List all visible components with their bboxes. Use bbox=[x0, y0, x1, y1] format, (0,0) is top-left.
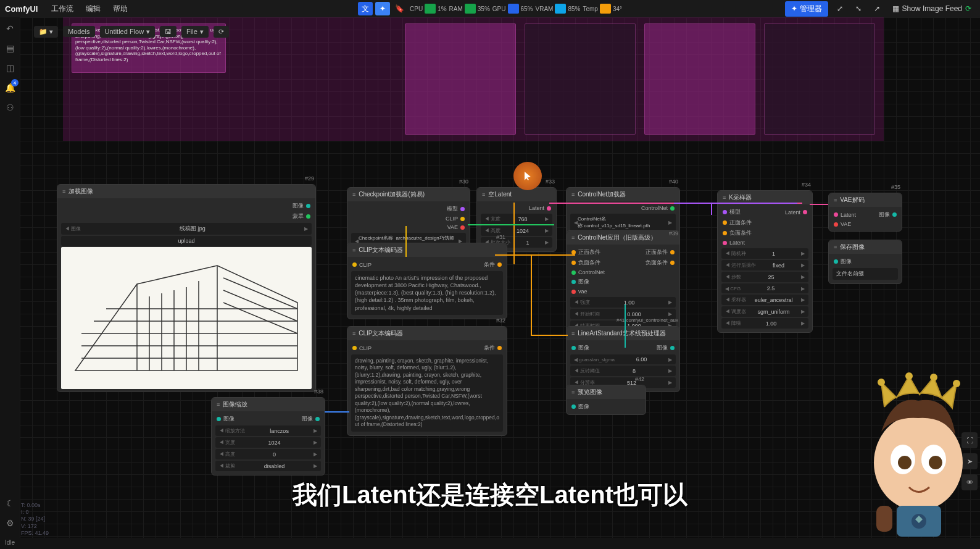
menu-help[interactable]: 帮助 bbox=[108, 1, 133, 17]
output-image[interactable]: 图像 bbox=[879, 211, 897, 219]
node-save-image[interactable]: ≡保存图像 图像 文件名前缀 bbox=[828, 240, 902, 284]
node-clip-encode-negative[interactable]: #32 ≡CLIP文本编码器 CLIP条件 drawing, painting,… bbox=[347, 326, 507, 436]
hamburger-icon[interactable]: ≡ bbox=[217, 401, 220, 408]
input-image[interactable]: 图像 bbox=[834, 258, 852, 266]
input-positive[interactable]: 正面条件 bbox=[723, 219, 752, 227]
seed-input[interactable]: ◀ 随机种1▶ bbox=[721, 248, 808, 259]
input-image[interactable]: 图像 bbox=[217, 415, 235, 423]
sampler-input[interactable]: ◀ 采样器euler_ancestral▶ bbox=[721, 295, 808, 305]
node-canvas[interactable]: crayon, sketch, graphite, impressionist,… bbox=[20, 17, 980, 538]
node-vae-decode[interactable]: #35 ≡VAE解码 Latent图像 VAE bbox=[828, 193, 902, 232]
hamburger-icon[interactable]: ≡ bbox=[571, 389, 575, 395]
output-image[interactable]: 图像 bbox=[657, 344, 675, 352]
menu-workflow[interactable]: 工作流 bbox=[46, 1, 78, 17]
settings-icon[interactable]: ⚙ bbox=[4, 517, 16, 529]
file-selector[interactable]: ◀ 图像线稿图.jpg▶ bbox=[61, 223, 312, 235]
height-input[interactable]: ◀ 高度1024▶ bbox=[481, 225, 552, 236]
share-icon[interactable]: ↗ bbox=[870, 2, 884, 15]
hamburger-icon[interactable]: ≡ bbox=[834, 197, 837, 203]
hamburger-icon[interactable]: ≡ bbox=[723, 195, 726, 201]
hamburger-icon[interactable]: ≡ bbox=[834, 244, 837, 250]
prompt-textarea[interactable]: cinematic photo An artist's impression o… bbox=[351, 271, 503, 315]
output-image[interactable]: 图像 bbox=[302, 415, 320, 423]
intensity-input[interactable]: ◀ 反转阈值8▶ bbox=[570, 366, 676, 376]
strength-input[interactable]: ◀ 强度1.00▶ bbox=[570, 297, 676, 308]
node-controlnet-loader[interactable]: #40 ≡ControlNet加载器 ControlNet ◀ControlNe… bbox=[566, 187, 680, 235]
upload-button[interactable]: upload bbox=[61, 236, 312, 246]
output-latent[interactable]: Latent bbox=[529, 205, 551, 211]
output-conditioning[interactable]: 条件 bbox=[484, 344, 502, 352]
notifications-icon[interactable]: 🔔 bbox=[4, 82, 16, 94]
output-controlnet[interactable]: ControlNet bbox=[641, 205, 675, 211]
input-latent[interactable]: Latent bbox=[723, 240, 745, 246]
input-image[interactable]: 图像 bbox=[571, 344, 589, 352]
method-input[interactable]: ◀ 缩放方法lanczos▶ bbox=[215, 425, 321, 436]
sigma-input[interactable]: ◀ guassian_sigma6.00▶ bbox=[570, 354, 676, 364]
output-latent[interactable]: Latent bbox=[785, 209, 807, 216]
node-ksampler[interactable]: #34 ≡K采样器 模型Latent 正面条件 负面条件 Latent ◀ 随机… bbox=[717, 190, 813, 333]
bookmark-icon[interactable]: 🔖 bbox=[392, 2, 407, 15]
hamburger-icon[interactable]: ≡ bbox=[571, 330, 575, 337]
node-preview-image[interactable]: #42 ≡预览图像 图像 bbox=[566, 385, 646, 415]
file-menu[interactable]: File ▾ bbox=[181, 26, 209, 38]
width-input[interactable]: ◀ 宽度1024▶ bbox=[215, 437, 321, 448]
hamburger-icon[interactable]: ≡ bbox=[571, 191, 575, 198]
save-icon[interactable]: 🖫 bbox=[160, 26, 176, 37]
translate-icon[interactable]: 文 bbox=[358, 2, 373, 15]
hamburger-icon[interactable]: ≡ bbox=[62, 188, 65, 195]
hamburger-icon[interactable]: ≡ bbox=[482, 191, 485, 198]
crop-input[interactable]: ◀ 裁剪disabled▶ bbox=[215, 461, 321, 471]
input-positive[interactable]: 正面条件 bbox=[571, 248, 600, 256]
theme-icon[interactable]: ☾ bbox=[4, 497, 16, 509]
flow-name[interactable]: Untitled Flow ▾ bbox=[100, 26, 156, 38]
scheduler-input[interactable]: ◀ 调度器sgm_uniform▶ bbox=[721, 306, 808, 317]
list-icon[interactable]: ▤ bbox=[4, 42, 16, 54]
models-button[interactable]: Models bbox=[63, 26, 94, 37]
input-clip[interactable]: CLIP bbox=[352, 262, 372, 268]
node-load-image[interactable]: #29 ≡加载图像 图像 蒙罩 ◀ 图像线稿图.jpg▶ upload bbox=[57, 184, 316, 392]
zoom-out-icon[interactable]: ⤢ bbox=[833, 2, 847, 15]
output-vae[interactable]: VAE bbox=[447, 224, 465, 230]
undo-icon[interactable]: ↶ bbox=[4, 22, 16, 35]
input-image[interactable]: 图像 bbox=[571, 278, 589, 286]
denoise-input[interactable]: ◀ 降噪1.00▶ bbox=[721, 318, 808, 329]
cube-icon[interactable]: ◫ bbox=[4, 62, 16, 74]
output-positive[interactable]: 正面条件 bbox=[646, 248, 675, 256]
input-negative[interactable]: 负面条件 bbox=[723, 229, 752, 237]
node-lineart-preprocessor[interactable]: #41 comfyui_controlnet_aux ≡LineArtStand… bbox=[566, 326, 680, 392]
input-clip[interactable]: CLIP bbox=[352, 345, 372, 351]
hamburger-icon[interactable]: ≡ bbox=[352, 247, 355, 253]
steps-input[interactable]: ◀ 步数25▶ bbox=[721, 272, 808, 282]
input-model[interactable]: 模型 bbox=[723, 208, 741, 216]
output-clip[interactable]: CLIP bbox=[446, 216, 465, 222]
folder-button[interactable]: 📁 ▾ bbox=[34, 26, 58, 38]
input-vae[interactable]: vae bbox=[571, 288, 588, 295]
output-negative[interactable]: 负面条件 bbox=[646, 259, 675, 267]
input-latent[interactable]: Latent bbox=[834, 212, 856, 218]
manager-button[interactable]: ✦ 管理器 bbox=[785, 1, 828, 17]
node-image-scale[interactable]: #38 ≡图像缩放 图像图像 ◀ 缩放方法lanczos▶ ◀ 宽度1024▶ … bbox=[211, 397, 325, 476]
input-image[interactable]: 图像 bbox=[571, 403, 589, 411]
controlnet-name-selector[interactable]: ◀ControlNet名称 control_v11p_sd15_lineart.… bbox=[570, 214, 676, 231]
filename-prefix-input[interactable]: 文件名前缀 bbox=[833, 268, 898, 280]
output-mask[interactable]: 蒙罩 bbox=[293, 212, 310, 220]
zoom-in-icon[interactable]: ⤡ bbox=[852, 2, 865, 15]
height-input[interactable]: ◀ 高度0▶ bbox=[215, 449, 321, 459]
hamburger-icon[interactable]: ≡ bbox=[352, 191, 355, 198]
prompt-textarea[interactable]: drawing, painting, crayon, sketch, graph… bbox=[351, 354, 503, 432]
cfg-input[interactable]: ◀ CFG2.5▶ bbox=[721, 283, 808, 293]
output-model[interactable]: 模型 bbox=[447, 205, 465, 213]
hamburger-icon[interactable]: ≡ bbox=[352, 330, 355, 337]
aftergen-input[interactable]: ◀ 运行后操作fixed▶ bbox=[721, 260, 808, 270]
hamburger-icon[interactable]: ≡ bbox=[571, 235, 575, 241]
input-controlnet[interactable]: ControlNet bbox=[571, 269, 605, 275]
input-vae[interactable]: VAE bbox=[834, 221, 851, 227]
fx-icon[interactable]: ✦ bbox=[375, 2, 390, 15]
show-image-feed-button[interactable]: ▦ Show Image Feed ⟳ bbox=[889, 2, 975, 15]
node-clip-encode-positive[interactable]: #31 ≡CLIP文本编码器 CLIP条件 cinematic photo An… bbox=[347, 243, 507, 319]
output-conditioning[interactable]: 条件 bbox=[484, 261, 502, 269]
width-input[interactable]: ◀ 宽度768▶ bbox=[481, 214, 552, 224]
menu-edit[interactable]: 编辑 bbox=[81, 1, 106, 17]
input-negative[interactable]: 负面条件 bbox=[571, 259, 600, 267]
refresh-icon[interactable]: ⟳ bbox=[214, 26, 229, 38]
